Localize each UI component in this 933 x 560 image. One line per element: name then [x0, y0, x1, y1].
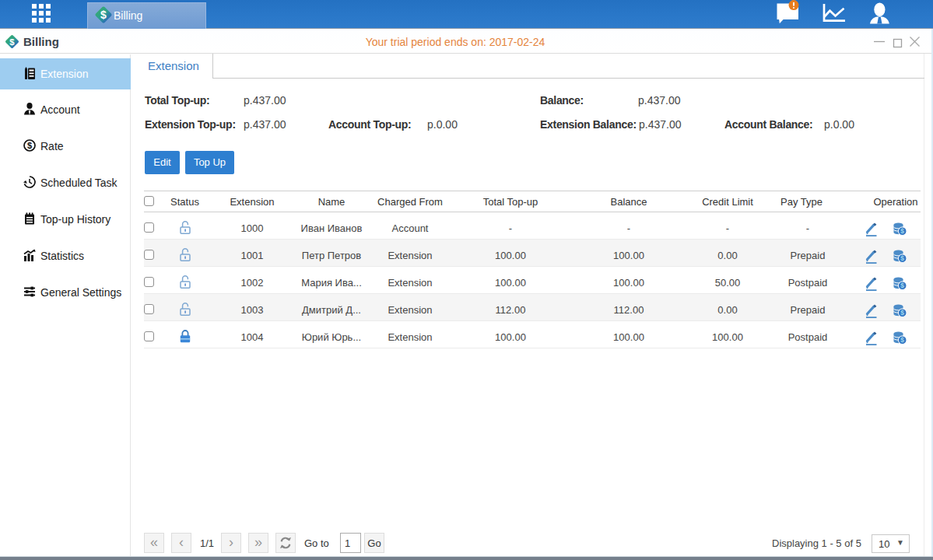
svg-text:$: $ — [900, 227, 904, 235]
svg-text:$: $ — [27, 141, 32, 150]
svg-text:$: $ — [900, 336, 904, 344]
svg-text:$: $ — [900, 282, 904, 289]
svg-text:$: $ — [900, 254, 904, 262]
svg-text:$: $ — [900, 309, 904, 317]
svg-text:$: $ — [100, 9, 107, 21]
